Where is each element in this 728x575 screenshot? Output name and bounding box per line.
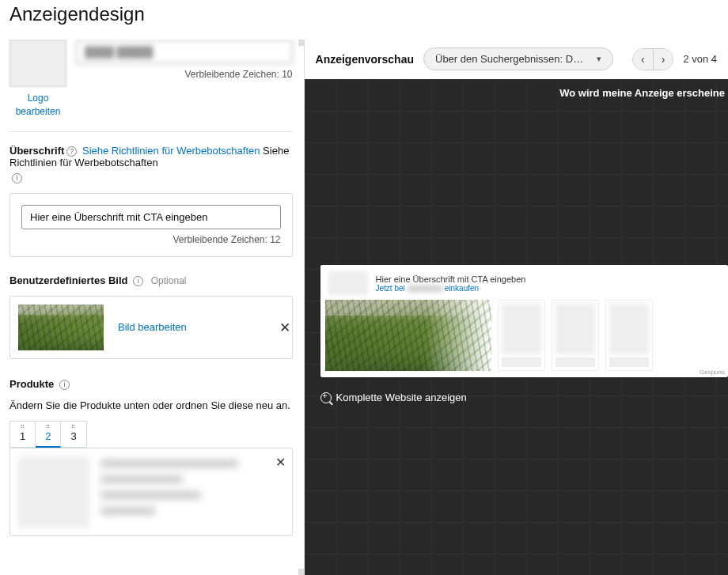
remove-product-icon[interactable]: ✕ [275,455,286,470]
headline-chars-remaining: Verbleibende Zeichen: 12 [21,234,281,245]
ad-product-2 [552,300,599,371]
product-tab-1[interactable]: ⠿1 [10,422,36,448]
scroll-indicator [298,40,304,46]
headline-label: Überschrift [9,145,64,157]
info-icon[interactable]: i [12,173,22,183]
separator [9,131,293,132]
product-meta [100,456,284,528]
help-icon[interactable]: ? [66,146,77,157]
ad-subline: Jetzt beieinkaufen [376,284,526,293]
guideline-link[interactable]: Siehe Richtlinien für Werbebotschaften [82,145,260,157]
custom-image-label: Benutzerdefiniertes Bild [9,274,128,286]
zoom-label: Komplette Website anzeigen [336,392,467,403]
ad-hero-image [325,300,491,371]
ad-headline: Hier eine Überschrift mit CTA eingeben [376,274,526,284]
headline-box: Verbleibende Zeichen: 12 [9,193,293,257]
info-icon[interactable]: i [59,380,70,390]
scroll-indicator [298,569,304,575]
sponsored-label: Gespons [700,369,725,376]
preview-panel: Anzeigenvorschau Über den Suchergebnisse… [305,40,728,575]
product-panel: ✕ [9,448,293,536]
headline-section: Überschrift? Siehe Richtlinien für Werbe… [9,145,293,257]
product-tab-3[interactable]: ⠿3 [61,422,86,448]
headline-input[interactable] [21,205,281,229]
chevron-down-icon: ▾ [597,54,601,64]
page-title: Anzeigendesign [9,3,719,25]
products-section: Produkte i Ändern Sie die Produkte unten… [9,378,293,537]
custom-image-thumb[interactable] [18,305,104,350]
preview-title: Anzeigenvorschau [316,53,414,66]
product-tabs: ⠿1 ⠿2 ⠿3 [9,421,87,448]
products-help: Ändern Sie die Produkte unten oder ordne… [9,398,293,414]
edit-image-link[interactable]: Bild bearbeiten [118,321,187,333]
preview-stage: Wo wird meine Anzeige erscheine Hier ein… [305,79,728,575]
preview-nav: ‹ › [632,48,673,70]
brand-logo-thumb[interactable] [9,40,66,87]
ad-logo [328,271,368,295]
brand-chars-remaining: Verbleibende Zeichen: 10 [76,69,293,80]
products-label: Produkte [9,378,54,390]
preview-header: Anzeigenvorschau Über den Suchergebnisse… [305,40,728,79]
optional-label: Optional [151,275,187,286]
ad-product-3 [605,300,653,371]
dropdown-value: Über den Suchergebnissen: Deskt… [435,53,589,65]
product-thumb[interactable] [18,456,89,528]
preview-banner-text: Wo wird meine Anzeige erscheine [556,87,728,99]
prev-button[interactable]: ‹ [633,49,653,70]
next-button[interactable]: › [653,49,673,70]
logo-edit-link[interactable]: Logo bearbeiten [9,92,66,119]
placement-dropdown[interactable]: Über den Suchergebnissen: Deskt… ▾ [423,47,613,70]
zoom-full-site[interactable]: Komplette Website anzeigen [320,392,467,403]
brand-name-input[interactable]: ████ █████ [76,40,293,64]
ad-product-1 [498,300,545,371]
custom-image-section: Benutzerdefiniertes Bild i Optional Bild… [9,274,293,359]
logo-box: Logo bearbeiten [9,40,66,119]
remove-image-icon[interactable]: ✕ [279,319,290,335]
info-icon[interactable]: i [133,276,143,286]
ad-preview-card: Hier eine Überschrift mit CTA eingeben J… [320,265,728,377]
page-title-row: Anzeigendesign [0,0,728,40]
product-tab-2[interactable]: ⠿2 [36,422,61,448]
form-panel: Logo bearbeiten ████ █████ Verbleibende … [0,40,305,575]
preview-counter: 2 von 4 [683,53,717,65]
magnify-icon [320,392,332,403]
